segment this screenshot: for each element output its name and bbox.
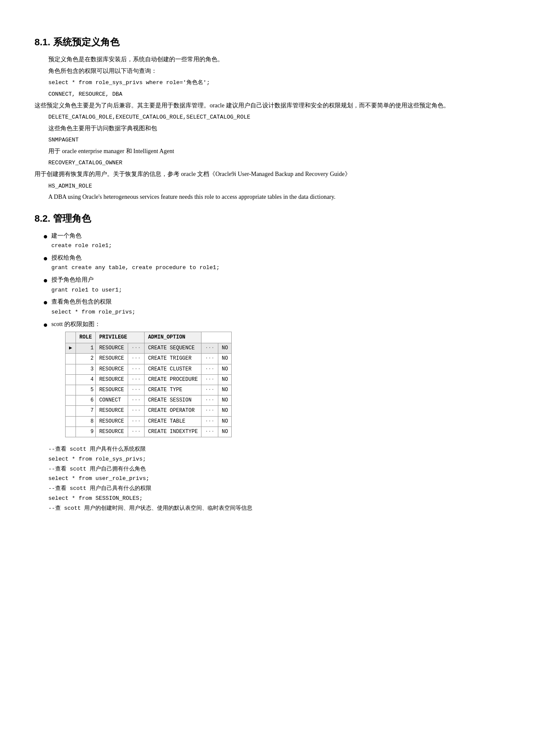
table-row: 3RESOURCE···CREATE CLUSTER···NO (65, 364, 232, 374)
after-table-content: --查看 scott 用户具有什么系统权限select * from role_… (35, 445, 500, 513)
row-arrow-cell (65, 374, 76, 385)
para-8-snmp: SNMPAGENT (48, 135, 500, 145)
row-role: CONNECT (95, 395, 128, 406)
bullet-code-2: grant create any table, create procedure… (51, 264, 220, 273)
row-admin-option: NO (218, 364, 231, 374)
row-arrow-cell (65, 406, 76, 416)
bullet-dot-3: ● (43, 274, 48, 287)
section-8-1-title: 8.1. 系统预定义角色 (35, 35, 500, 50)
code-line: select * from role_sys_privs; (48, 455, 500, 464)
row-admin-option: NO (218, 374, 231, 385)
row-arrow-cell (65, 364, 76, 374)
row-arrow-cell (65, 427, 76, 437)
row-arrow-cell: ▶ (65, 343, 76, 354)
col-header-admin: ADMIN_OPTION (145, 332, 201, 343)
table-row: 2RESOURCE···CREATE TRIGGER···NO (65, 354, 232, 364)
bullet-label-3: 授予角色给用户 (51, 275, 122, 285)
row-privilege: CREATE OPERATOR (145, 406, 201, 416)
row-num: 1 (76, 343, 96, 354)
row-arrow-cell (65, 416, 76, 427)
row-dots-1: ··· (128, 427, 145, 437)
para-5: 这些预定义角色主要是为了向后兼容。其主要是用于数据库管理。oracle 建议用户… (35, 101, 500, 110)
row-role: RESOURCE (95, 416, 128, 427)
row-num: 8 (76, 416, 96, 427)
row-dots-1: ··· (128, 416, 145, 427)
para-10-recovery: RECOVERY_CATALOG_OWNER (48, 158, 500, 168)
para-3-code: select * from role_sys_privs where role=… (48, 78, 500, 88)
row-privilege: CREATE SEQUENCE (145, 343, 201, 354)
para-12-hs: HS_ADMIN_ROLE (48, 181, 500, 191)
row-dots-2: ··· (201, 364, 218, 374)
list-item: ● 授权给角色 grant create any table, create p… (43, 253, 500, 273)
bullet-label-5: scott 的权限如图： (51, 320, 232, 329)
list-item: ● 授予角色给用户 grant role1 to user1; (43, 275, 500, 295)
row-dots-2: ··· (201, 427, 218, 437)
col-header-role: ROLE (76, 332, 96, 343)
bullet-label-1: 建一个角色 (51, 231, 112, 241)
bullet-content-5: scott 的权限如图： ROLE PRIVILEGE ADMIN_OPTION (51, 320, 232, 442)
row-num: 3 (76, 364, 96, 374)
code-line: select * from SESSION_ROLES; (48, 494, 500, 503)
row-privilege: CREATE PROCEDURE (145, 374, 201, 385)
col-header-arrow (65, 332, 76, 343)
row-num: 9 (76, 427, 96, 437)
row-dots-1: ··· (128, 343, 145, 354)
row-dots-2: ··· (201, 416, 218, 427)
table-body: ▶1RESOURCE···CREATE SEQUENCE···NO2RESOUR… (65, 343, 232, 437)
table-row: 4RESOURCE···CREATE PROCEDURE···NO (65, 374, 232, 385)
row-num: 2 (76, 354, 96, 364)
row-dots-2: ··· (201, 385, 218, 395)
bullet-label-4: 查看角色所包含的权限 (51, 297, 135, 307)
row-privilege: CREATE INDEXTYPE (145, 427, 201, 437)
row-privilege: CREATE CLUSTER (145, 364, 201, 374)
row-dots-2: ··· (201, 374, 218, 385)
row-num: 7 (76, 406, 96, 416)
para-1: 预定义角色是在数据库安装后，系统自动创建的一些常用的角色。 (48, 55, 500, 64)
row-role: RESOURCE (95, 354, 128, 364)
row-admin-option: NO (218, 354, 231, 364)
row-dots-1: ··· (128, 354, 145, 364)
bullet-label-2: 授权给角色 (51, 253, 220, 263)
bullet-content-3: 授予角色给用户 grant role1 to user1; (51, 275, 122, 295)
row-role: RESOURCE (95, 364, 128, 374)
row-num: 6 (76, 395, 96, 406)
row-admin-option: NO (218, 406, 231, 416)
section-8-1: 8.1. 系统预定义角色 预定义角色是在数据库安装后，系统自动创建的一些常用的角… (35, 35, 500, 202)
table-row: ▶1RESOURCE···CREATE SEQUENCE···NO (65, 343, 232, 354)
para-6-roles: DELETE_CATALOG_ROLE,EXECUTE_CATALOG_ROLE… (48, 112, 500, 122)
row-admin-option: NO (218, 427, 231, 437)
list-item: ● scott 的权限如图： ROLE PRIVILEGE ADMIN_OPTI… (43, 320, 500, 442)
row-admin-option: NO (218, 395, 231, 406)
row-dots-1: ··· (128, 395, 145, 406)
code-line: select * from user_role_privs; (48, 474, 500, 483)
comment-line: --查看 scott 用户自己具有什么的权限 (48, 484, 500, 493)
comment-line: --查看 scott 用户自己拥有什么角色 (48, 465, 500, 474)
row-admin-option: NO (218, 343, 231, 354)
bullet-dot-4: ● (43, 296, 48, 309)
table-header-row: ROLE PRIVILEGE ADMIN_OPTION (65, 332, 232, 343)
row-role: RESOURCE (95, 374, 128, 385)
row-privilege: CREATE TABLE (145, 416, 201, 427)
row-role: RESOURCE (95, 427, 128, 437)
table-row: 8RESOURCE···CREATE TABLE···NO (65, 416, 232, 427)
row-dots-2: ··· (201, 395, 218, 406)
comment-line: --查 scott 用户的创建时间、用户状态、使用的默认表空间、临时表空间等信息 (48, 504, 500, 513)
row-dots-1: ··· (128, 385, 145, 395)
row-arrow-cell (65, 385, 76, 395)
para-4-roles: CONNECT, RESOURCE, DBA (48, 89, 500, 99)
para-13: A DBA using Oracle's heterogeneous servi… (48, 192, 500, 202)
privileges-table-wrapper: ROLE PRIVILEGE ADMIN_OPTION ▶1RESOURCE··… (65, 332, 232, 437)
table-row: 7RESOURCE···CREATE OPERATOR···NO (65, 406, 232, 416)
table-row: 6CONNECT···CREATE SESSION···NO (65, 395, 232, 406)
bullet-dot-5: ● (43, 319, 48, 331)
list-item: ● 查看角色所包含的权限 select * from role_privs; (43, 297, 500, 317)
privileges-table: ROLE PRIVILEGE ADMIN_OPTION ▶1RESOURCE··… (65, 332, 232, 437)
para-2: 角色所包含的权限可以用以下语句查询： (48, 66, 500, 76)
bullet-content-1: 建一个角色 create role role1; (51, 231, 112, 251)
row-arrow-cell (65, 354, 76, 364)
row-num: 5 (76, 385, 96, 395)
row-arrow-cell (65, 395, 76, 406)
table-row: 9RESOURCE···CREATE INDEXTYPE···NO (65, 427, 232, 437)
para-11: 用于创建拥有恢复库的用户。关于恢复库的信息，参考 oracle 文档《Oracl… (35, 169, 500, 179)
row-role: RESOURCE (95, 406, 128, 416)
